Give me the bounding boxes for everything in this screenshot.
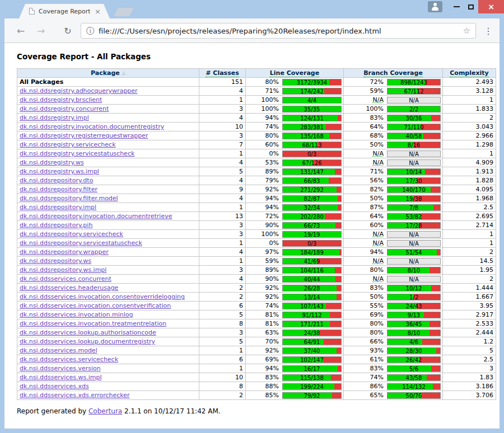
package-link[interactable]: dk.nsi.ddsregistry.impl [20, 114, 89, 121]
line-coverage-bar: 79/92 [282, 392, 342, 399]
package-link[interactable]: dk.nsi.ddsrepository.pih [20, 222, 92, 229]
complexity-value: 1.828 [443, 176, 496, 185]
package-link[interactable]: dk.nsi.ddsrepository.servicecheck [20, 230, 123, 238]
package-link[interactable]: dk.nsi.ddsregistry.concurrent [20, 105, 109, 112]
branch-coverage-bar: 53/82 [387, 213, 441, 220]
back-button[interactable]: ← [13, 18, 28, 43]
package-link[interactable]: dk.nsi.ddsservices.xds.errorchecker [20, 392, 130, 399]
branch-coverage-bar: 1/2 [387, 294, 441, 300]
package-link[interactable]: dk.nsi.ddsrepository.wrapper [20, 248, 109, 256]
package-link[interactable]: dk.nsi.ddsservices.ws.impl [20, 374, 101, 381]
address-bar[interactable]: ⓘ file:///C:/Users/esn/projects/releases… [81, 23, 476, 39]
complexity-value: 2.533 [443, 319, 496, 328]
column-header-complexity[interactable]: Complexity [443, 69, 496, 78]
package-link[interactable]: dk.nsi.ddsrepository.invocation.document… [20, 213, 172, 220]
line-coverage-bar: 82/87 [282, 195, 342, 202]
page-info-icon[interactable]: ⓘ [86, 26, 94, 36]
package-link[interactable]: dk.nsi.ddsregistry.registerrequestwrappe… [20, 132, 148, 139]
line-coverage-bar: 91/112 [282, 312, 342, 318]
classes-count: 9 [199, 185, 246, 194]
complexity-value: 14.5 [443, 257, 496, 266]
package-link[interactable]: dk.nsi.ddsservices.invocation.consentver… [20, 302, 171, 309]
package-link[interactable]: dk.nsi.ddsservices.invocation.treatmentr… [20, 320, 166, 327]
package-link[interactable]: dk.nsi.ddsrepository.filter.model [20, 195, 118, 202]
cobertura-link[interactable]: Cobertura [88, 407, 122, 415]
column-header-line-coverage[interactable]: Line Coverage [246, 69, 344, 78]
package-link[interactable]: dk.nsi.ddsservices.version [20, 365, 101, 372]
column-header-branch-coverage[interactable]: Branch Coverage [344, 69, 443, 78]
table-row: dk.nsi.ddsservices.lookup.authorisationc… [17, 328, 496, 337]
package-link[interactable]: dk.nsi.ddsservices.lookup.authorisationc… [20, 329, 156, 336]
package-link[interactable]: dk.nsi.ddsregistry.adhocquerywrapper [20, 87, 138, 95]
package-link[interactable]: dk.nsi.ddsregistry.ws.impl [20, 168, 99, 175]
package-link[interactable]: dk.nsi.ddsrepository.ws.impl [20, 266, 106, 274]
browser-menu-button[interactable]: ⋮ [484, 18, 493, 43]
line-coverage-percent: 59% [248, 257, 279, 265]
package-link[interactable]: dk.nsi.ddsrepository.impl [20, 204, 96, 211]
branch-coverage-percent: 82% [352, 186, 384, 193]
package-link[interactable]: dk.nsi.ddsservices.headerusage [20, 284, 118, 291]
branch-coverage-bar: 19/38 [387, 195, 441, 202]
branch-coverage-bar: 36/45 [387, 321, 441, 327]
package-link[interactable]: dk.nsi.ddsregistry.ws [20, 159, 84, 166]
page-title: Coverage Report - All Packages [17, 52, 487, 61]
package-link[interactable]: dk.nsi.ddsservices.invocation.consentove… [20, 293, 185, 300]
line-coverage-percent: 92% [248, 293, 279, 300]
line-coverage-percent: 0% [248, 239, 279, 247]
branch-coverage-bar: 7/8 [387, 204, 441, 211]
tab-close-icon[interactable]: × [95, 8, 101, 15]
bookmark-star-icon[interactable]: ☆ [463, 26, 470, 36]
line-coverage-percent: 92% [248, 186, 279, 193]
branch-coverage-percent: N/A [352, 230, 384, 238]
package-link[interactable]: dk.nsi.ddsregistry.servicestatuscheck [20, 150, 134, 157]
branch-coverage-percent: 69% [352, 311, 384, 318]
table-row: dk.nsi.ddsservices.model192%37/4093%28/3… [17, 346, 496, 355]
forward-button[interactable]: → [34, 18, 48, 43]
new-tab-button[interactable] [114, 8, 134, 16]
profile-button[interactable] [428, 1, 442, 12]
complexity-value: 4.095 [443, 185, 496, 194]
package-link[interactable]: dk.nsi.ddsrepository.filter [20, 186, 97, 193]
complexity-value: 3.95 [443, 302, 496, 310]
package-link[interactable]: dk.nsi.ddsservices.servicecheck [20, 356, 118, 363]
branch-coverage-bar: 43/58 [387, 374, 441, 381]
package-link[interactable]: dk.nsi.ddsrepository.dto [20, 177, 93, 184]
line-coverage-bar: 16/17 [282, 365, 342, 372]
minimize-button[interactable] [449, 1, 464, 13]
package-link[interactable]: dk.nsi.ddsrepository.ws [20, 257, 91, 265]
line-coverage-percent: 97% [248, 248, 279, 256]
branch-coverage-percent: 50% [352, 293, 384, 300]
url-text: file:///C:/Users/esn/projects/releases/P… [99, 27, 381, 35]
package-link[interactable]: dk.nsi.ddsservices.model [20, 347, 97, 354]
package-link[interactable]: dk.nsi.ddsrepository.servicestatuscheck [20, 239, 142, 247]
complexity-value: 1.2 [443, 337, 496, 346]
line-coverage-percent: 83% [248, 374, 279, 381]
package-link[interactable]: dk.nsi.ddsregistry.servicecheck [20, 141, 116, 148]
maximize-button[interactable] [464, 1, 478, 13]
classes-count: 3 [199, 131, 246, 140]
reload-button[interactable]: ↻ [60, 18, 75, 43]
column-header-package[interactable]: Package△ [17, 69, 199, 78]
line-coverage-percent: 89% [248, 168, 279, 175]
complexity-value: 2.917 [443, 310, 496, 319]
branch-coverage-bar: 5/6 [387, 365, 441, 372]
complexity-value: 1.444 [443, 284, 496, 293]
line-coverage-percent: 69% [248, 356, 279, 363]
column-header-classes[interactable]: # Classes [199, 69, 246, 78]
package-link[interactable]: dk.nsi.ddsregistry.brsclient [20, 96, 102, 103]
package-link[interactable]: dk.nsi.ddsregistry.invocation.documentre… [20, 123, 164, 130]
tab-title: Coverage Report [39, 8, 90, 15]
maximize-icon [468, 4, 474, 10]
branch-coverage-bar: 9/13 [387, 312, 441, 318]
close-button[interactable]: × [478, 0, 504, 13]
package-link[interactable]: dk.nsi.ddsservices.lookup.documentregist… [20, 338, 155, 345]
branch-coverage-bar: 8/16 [387, 142, 441, 148]
package-link[interactable]: dk.nsi.ddsservices.concurrent [20, 275, 111, 283]
branch-coverage-bar: 4/6 [387, 338, 441, 345]
branch-coverage-bar: 140/170 [387, 186, 441, 193]
branch-coverage-bar: N/A [387, 231, 441, 238]
browser-tab[interactable]: Coverage Report × [19, 4, 110, 18]
package-link[interactable]: dk.nsi.ddsservices.xds [20, 383, 89, 390]
package-link[interactable]: dk.nsi.ddsservices.invocation.minlog [20, 311, 133, 318]
complexity-value: 1 [443, 230, 496, 239]
